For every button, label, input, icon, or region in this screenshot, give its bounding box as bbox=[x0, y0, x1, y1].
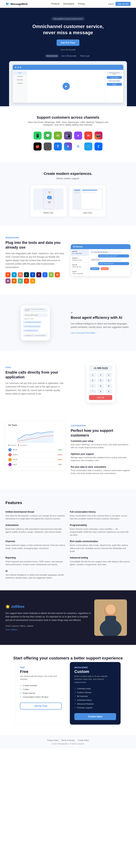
custom-plan-name: Custom bbox=[74, 669, 116, 674]
channel-icons-row-2: 🍎 📞 f ✈ G 🐦 Z bbox=[5, 143, 131, 151]
inbox-chat-msg-3: Order #12345 bbox=[90, 258, 121, 261]
apple-icon: 🍎 bbox=[36, 145, 40, 149]
contact-row-1: A Alex M. Open bbox=[8, 447, 62, 453]
contact-name-4: Lisa P. bbox=[13, 464, 57, 465]
ai-suggestion-3[interactable]: I'll escalate this for you bbox=[23, 329, 39, 332]
dialpad-3[interactable]: 3 bbox=[105, 373, 112, 377]
inbox-screenshot-header: All Inboxes bbox=[71, 244, 131, 249]
email-icon: ✉ bbox=[87, 133, 90, 137]
hero-tab-live[interactable]: Live in 60 seconds bbox=[60, 54, 78, 58]
dialpad-4[interactable]: 4 bbox=[89, 378, 96, 383]
dialpad-9[interactable]: 9 bbox=[105, 384, 112, 388]
integration-logos: P S H Z J S I S M W G S Z A bbox=[5, 272, 65, 283]
contact-row-4: L Lisa P. Open bbox=[8, 462, 62, 467]
sidebar-settings: Settings bbox=[13, 82, 26, 85]
feature-history-title: Full conversation history bbox=[70, 510, 131, 513]
perfect-item-desc-2: Manage agent workload with intelligent t… bbox=[71, 456, 131, 462]
contact-status-3: Waiting bbox=[57, 459, 62, 460]
inbox-item-4: Lisa P. I have a question bbox=[71, 269, 89, 276]
logo-zapier: Z bbox=[24, 278, 29, 283]
feature-advanced-title: Advanced tooling bbox=[70, 556, 131, 559]
testimonial-cta-link[interactable]: Goto Jollibee → bbox=[5, 628, 91, 631]
chart-section: On Track Resolved Unresolved bbox=[0, 414, 136, 490]
modern-title: Create modern experiences. bbox=[5, 172, 131, 176]
nav-pricing[interactable]: Pricing bbox=[78, 3, 85, 5]
feature-channels-desc: Keep customers happy on their preferred … bbox=[5, 544, 66, 550]
dialpad-6[interactable]: 6 bbox=[105, 378, 112, 383]
logo-slack: S bbox=[36, 272, 41, 277]
dialpad-0[interactable]: 0 bbox=[97, 389, 104, 394]
msg-3: Sure, let me check bbox=[107, 80, 122, 82]
nav-products[interactable]: Products bbox=[51, 3, 60, 5]
chart-contacts: A Alex M. Open S Sarah K. Closed T Tom W… bbox=[8, 447, 62, 467]
dialpad-1[interactable]: 1 bbox=[89, 373, 96, 377]
instagram-icon: 📷 bbox=[96, 133, 100, 137]
ai-suggestion-2[interactable]: Let me help you right away bbox=[23, 325, 41, 328]
dialpad-8[interactable]: 8 bbox=[97, 384, 104, 388]
dialpad-2[interactable]: 2 bbox=[97, 373, 104, 377]
hero-title: Omnichannel customer service, never miss… bbox=[32, 24, 104, 36]
hero-tab-omnichannel[interactable]: Omnichannel bbox=[45, 54, 59, 58]
phone-frame: Hello! 👋 Hi there! Need help? bbox=[43, 189, 54, 209]
line-chart-svg bbox=[8, 428, 62, 443]
calls-label: Voice bbox=[5, 367, 65, 369]
nav-developers[interactable]: Developers bbox=[63, 3, 74, 5]
ai-phone-bar-2: Sentiment: 😟 Negative bbox=[23, 313, 48, 317]
inbox-chat-msg-1: Hi, I need help with my order bbox=[90, 251, 121, 254]
feature-unified-desc: One inbox for all channels, so teams can… bbox=[5, 514, 66, 520]
chart-box: On Track Resolved Unresolved bbox=[5, 421, 65, 470]
ai-phone-bar-1: Customer: I have an issue with my accoun… bbox=[23, 308, 48, 312]
contact-status-4: Open bbox=[58, 464, 62, 465]
calls-section: Voice Enable calls directly from your ap… bbox=[0, 351, 136, 414]
end-call-button[interactable]: End Call bbox=[89, 395, 112, 400]
footer-privacy[interactable]: Privacy Policy bbox=[47, 739, 58, 741]
dialpad-5[interactable]: 5 bbox=[97, 378, 104, 383]
perfect-item-3: Put your data to work, everywhere Push c… bbox=[71, 466, 131, 475]
dialpad-hash[interactable]: # bbox=[105, 389, 112, 394]
inbox-item-2: Sarah K. Thanks for the... bbox=[71, 256, 89, 262]
hero-cta-button[interactable]: Get For Free bbox=[56, 39, 79, 46]
integrations-section: Integrations Plug into the tools and dat… bbox=[0, 226, 136, 294]
signup-button[interactable]: Sign up free bbox=[116, 2, 131, 6]
feature-programmability: Programmability Every channel, every int… bbox=[70, 524, 131, 537]
viber-icon: 📲 bbox=[66, 133, 71, 138]
footer-cookies[interactable]: Cookie Policy bbox=[78, 739, 89, 741]
contact-row-2: S Sarah K. Closed bbox=[8, 453, 62, 457]
feature-ai-desc: Use artificial intelligence to detect an… bbox=[5, 574, 66, 579]
perfect-item-title-3: Put your data to work, everywhere bbox=[71, 466, 131, 468]
custom-feature-5: Advanced features bbox=[74, 702, 116, 706]
free-cta-button[interactable]: Get For Free bbox=[20, 703, 62, 710]
legend-label-unresolved: Unresolved bbox=[20, 444, 27, 446]
modern-card-inbox: Inbox View bbox=[70, 185, 106, 217]
feature-rich-media-desc: Enrich conversations with emojis, attach… bbox=[70, 544, 131, 553]
perfect-label: Customization bbox=[71, 425, 131, 427]
play-button[interactable]: ▶ bbox=[62, 83, 70, 90]
custom-cta-button[interactable]: Contact Sales bbox=[74, 713, 116, 720]
chat-row-1: Hello! 👋 bbox=[44, 190, 53, 195]
logo-segment: S bbox=[18, 278, 23, 283]
dialpad-star[interactable]: * bbox=[89, 389, 96, 394]
feature-advanced-desc: Consolidate all tools for your support t… bbox=[70, 560, 131, 566]
calls-text: Voice Enable calls directly from your ap… bbox=[5, 367, 65, 399]
logo[interactable]: 🐦 MessageBird bbox=[5, 2, 28, 6]
msg-1: Hi there! How can I help? bbox=[107, 71, 122, 75]
channel-viber: 📲 bbox=[64, 131, 72, 140]
custom-feature-6: Premium support bbox=[74, 706, 116, 710]
inbox-item-1: Alex M. Hi, I need help... bbox=[71, 249, 89, 256]
integrations-right: All Inboxes Alex M. Hi, I need help... S… bbox=[71, 244, 131, 276]
hero-tab-free[interactable]: Free to use bbox=[79, 54, 91, 58]
contact-status-2: Closed bbox=[57, 454, 62, 456]
dialpad-7[interactable]: 7 bbox=[89, 384, 96, 388]
ai-suggestion-1[interactable]: I understand your frustration bbox=[23, 321, 42, 323]
logo-hubspot: H bbox=[18, 272, 23, 277]
footer-terms[interactable]: Terms of Service bbox=[61, 739, 75, 741]
chart-title: On Track bbox=[8, 424, 62, 426]
ai-cta-link[interactable]: Learn more about Flow Builder → bbox=[71, 332, 131, 334]
perfect-item-title-2: Optimize your support bbox=[71, 453, 131, 455]
testimonial-left: 🌟 Jollibee Our support team works tirele… bbox=[5, 604, 91, 631]
modern-card-mobile: Hello! 👋 Hi there! Need help? Mobile Cha… bbox=[30, 185, 66, 217]
channel-twitter: 🐦 bbox=[84, 143, 92, 151]
login-link[interactable]: Log in bbox=[108, 3, 114, 5]
footer-copyright: © 2021 MessageBird. All rights reserved. bbox=[5, 743, 131, 745]
chart-left: On Track Resolved Unresolved bbox=[5, 421, 65, 470]
